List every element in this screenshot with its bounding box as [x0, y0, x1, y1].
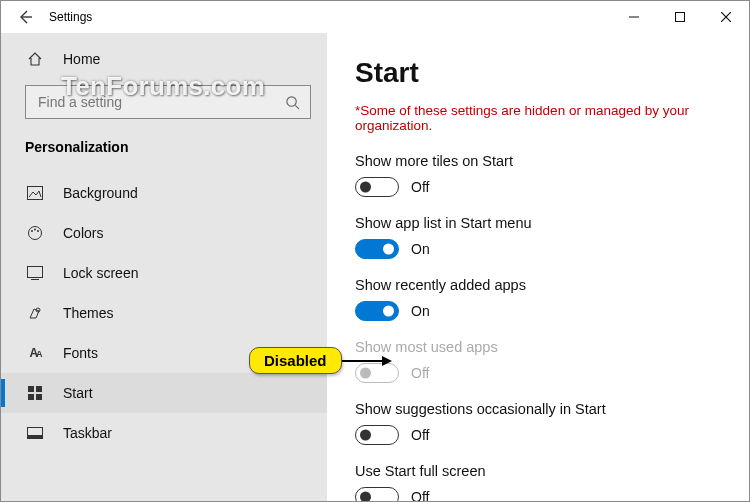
nav-label: Lock screen — [63, 265, 138, 281]
toggle-row: Off — [355, 363, 725, 383]
themes-icon — [25, 305, 45, 321]
nav-list: Background Colors Lock screen Themes AA … — [1, 173, 327, 453]
setting-label: Show more tiles on Start — [355, 153, 725, 169]
svg-rect-1 — [676, 13, 685, 22]
window-body: Home Personalization Background Colors — [1, 33, 749, 501]
nav-label: Colors — [63, 225, 103, 241]
toggle-state: Off — [411, 427, 429, 443]
palette-icon — [25, 225, 45, 241]
toggle-row: On — [355, 301, 725, 321]
nav-label: Start — [63, 385, 93, 401]
sidebar-item-themes[interactable]: Themes — [1, 293, 327, 333]
search-input[interactable] — [25, 85, 311, 119]
toggle-state: Off — [411, 365, 429, 381]
toggle-switch[interactable] — [355, 239, 399, 259]
nav-label: Fonts — [63, 345, 98, 361]
toggle-state: Off — [411, 179, 429, 195]
nav-label: Taskbar — [63, 425, 112, 441]
svg-point-8 — [31, 230, 33, 232]
toggle-state: On — [411, 241, 430, 257]
sidebar-item-taskbar[interactable]: Taskbar — [1, 413, 327, 453]
toggle-switch[interactable] — [355, 487, 399, 501]
setting-suggestions: Show suggestions occasionally in Start O… — [355, 401, 725, 445]
toggle-switch[interactable] — [355, 177, 399, 197]
window-controls — [611, 1, 749, 33]
svg-rect-14 — [28, 386, 34, 392]
sidebar-item-lock-screen[interactable]: Lock screen — [1, 253, 327, 293]
setting-label: Show suggestions occasionally in Start — [355, 401, 725, 417]
home-icon — [25, 51, 45, 67]
taskbar-icon — [25, 427, 45, 439]
close-icon — [721, 12, 731, 22]
close-button[interactable] — [703, 1, 749, 33]
back-button[interactable] — [9, 1, 41, 33]
search-container — [1, 79, 327, 133]
sidebar-item-start[interactable]: Start — [1, 373, 327, 413]
svg-point-10 — [37, 230, 39, 232]
arrow-left-icon — [17, 9, 33, 25]
content-pane: Start *Some of these settings are hidden… — [327, 33, 749, 501]
toggle-row: On — [355, 239, 725, 259]
settings-window: Settings Home — [0, 0, 750, 502]
setting-label: Use Start full screen — [355, 463, 725, 479]
titlebar: Settings — [1, 1, 749, 33]
window-title: Settings — [49, 10, 92, 24]
setting-label: Show most used apps — [355, 339, 725, 355]
svg-rect-17 — [36, 394, 42, 400]
sidebar: Home Personalization Background Colors — [1, 33, 327, 501]
svg-line-5 — [295, 105, 299, 109]
lock-screen-icon — [25, 266, 45, 280]
svg-rect-6 — [28, 187, 43, 200]
sidebar-item-fonts[interactable]: AA Fonts — [1, 333, 327, 373]
setting-show-app-list: Show app list in Start menu On — [355, 215, 725, 259]
start-icon — [25, 386, 45, 400]
policy-warning: *Some of these settings are hidden or ma… — [355, 103, 725, 133]
toggle-row: Off — [355, 425, 725, 445]
toggle-state: Off — [411, 489, 429, 501]
maximize-button[interactable] — [657, 1, 703, 33]
minimize-button[interactable] — [611, 1, 657, 33]
toggle-switch[interactable] — [355, 425, 399, 445]
svg-rect-16 — [28, 394, 34, 400]
toggle-switch — [355, 363, 399, 383]
search-field[interactable] — [36, 93, 285, 111]
sidebar-category: Personalization — [1, 133, 327, 173]
sidebar-item-home[interactable]: Home — [1, 39, 327, 79]
svg-rect-15 — [36, 386, 42, 392]
svg-point-9 — [34, 229, 36, 231]
setting-label: Show app list in Start menu — [355, 215, 725, 231]
toggle-row: Off — [355, 177, 725, 197]
svg-rect-11 — [28, 267, 43, 278]
picture-icon — [25, 186, 45, 200]
maximize-icon — [675, 12, 685, 22]
sidebar-item-colors[interactable]: Colors — [1, 213, 327, 253]
toggle-row: Off — [355, 487, 725, 501]
setting-full-screen: Use Start full screen Off — [355, 463, 725, 501]
setting-show-more-tiles: Show more tiles on Start Off — [355, 153, 725, 197]
toggle-state: On — [411, 303, 430, 319]
search-icon — [285, 95, 300, 110]
setting-most-used: Show most used apps Off — [355, 339, 725, 383]
svg-point-4 — [287, 96, 296, 105]
svg-point-7 — [29, 227, 42, 240]
svg-rect-19 — [28, 435, 42, 438]
minimize-icon — [629, 12, 639, 22]
page-title: Start — [355, 57, 725, 89]
nav-label: Themes — [63, 305, 114, 321]
toggle-switch[interactable] — [355, 301, 399, 321]
nav-label: Home — [63, 51, 100, 67]
nav-label: Background — [63, 185, 138, 201]
fonts-icon: AA — [25, 346, 45, 360]
setting-label: Show recently added apps — [355, 277, 725, 293]
setting-recently-added: Show recently added apps On — [355, 277, 725, 321]
sidebar-item-background[interactable]: Background — [1, 173, 327, 213]
